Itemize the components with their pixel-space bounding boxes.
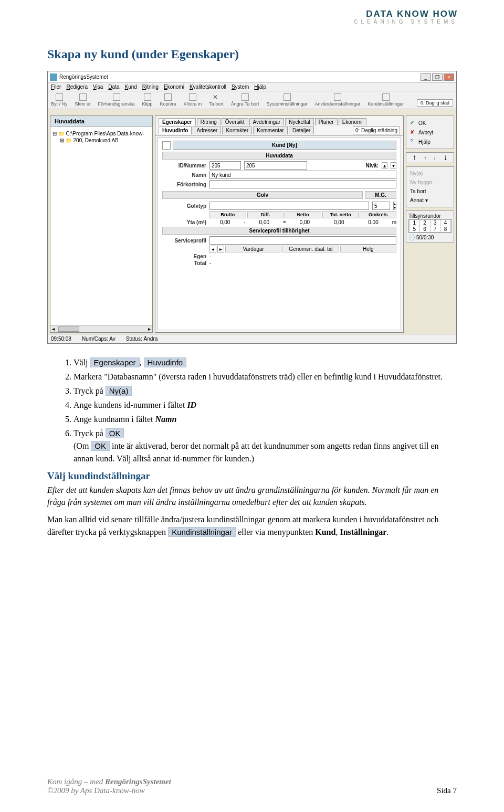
sp-nav-right-icon[interactable]: ▸ xyxy=(217,246,224,252)
niva-down-icon[interactable]: ▾ xyxy=(391,162,396,169)
window-titlebar: RengöringsSystemet _ ❐ × xyxy=(48,71,456,83)
sp-col-vardagar: Vardagar xyxy=(225,246,281,252)
val-totnetto: 0,00 xyxy=(323,219,354,225)
sp-nav-left-icon[interactable]: ◂ xyxy=(209,246,216,252)
tb-systeminstallningar[interactable]: Systeminställningar xyxy=(267,93,308,107)
menu-redigera[interactable]: Redigera xyxy=(66,84,88,90)
input-serviceprofil[interactable] xyxy=(209,236,396,245)
label-serviceprofil: Serviceprofil xyxy=(162,238,206,244)
tab-ritning[interactable]: Ritning xyxy=(197,118,220,125)
input-id2[interactable] xyxy=(244,161,307,170)
niva-up-icon[interactable]: ▴ xyxy=(382,162,387,169)
tillsyn-grid[interactable]: 1234 5678 xyxy=(408,219,452,233)
nav-last-icon[interactable]: ⭣ xyxy=(443,155,448,161)
btn-hjalp[interactable]: ?Hjälp xyxy=(408,137,452,146)
btn-ok[interactable]: ✔OK xyxy=(408,118,452,128)
clock-icon: 🕘 xyxy=(408,235,415,240)
toolbar-right-combo[interactable]: 0: Daglig städ xyxy=(417,99,453,107)
menu-ekonomi[interactable]: Ekonomi xyxy=(164,84,184,90)
unit-m: m xyxy=(392,219,396,225)
side-actions: ✔OK ✘Avbryt ?Hjälp xyxy=(406,115,454,149)
nav-first-icon[interactable]: ⭡ xyxy=(412,155,417,161)
tab-egenskaper[interactable]: Egenskaper xyxy=(159,118,196,125)
step-5: Ange kundnamn i fältet Namn xyxy=(74,413,457,426)
tb-ta-bort[interactable]: ✕Ta bort xyxy=(209,93,224,107)
tb-angra-ta-bort[interactable]: Ångra Ta bort xyxy=(231,93,259,107)
menu-ritning[interactable]: Ritning xyxy=(142,84,159,90)
label-niva: Nivå: xyxy=(366,163,379,168)
subtab-kommentar[interactable]: Kommentar xyxy=(253,126,288,134)
tree-node[interactable]: ⊞ 📁 200, Demokund AB xyxy=(52,137,150,144)
subtab-huvudinfo[interactable]: Huvudinfo xyxy=(159,126,192,134)
input-forkortning[interactable] xyxy=(209,180,396,188)
menu-hjalp[interactable]: Hjälp xyxy=(254,84,266,90)
tb-byt-ny[interactable]: Byt / Ny xyxy=(51,93,68,107)
input-id1[interactable] xyxy=(209,161,241,170)
logo-top: DATA KNOW HOW xyxy=(354,9,458,18)
chip-nya: Ny(a) xyxy=(106,386,132,396)
nav-up-icon[interactable]: ↑ xyxy=(424,155,427,161)
section-golv: Golv xyxy=(162,191,363,199)
menubar: Filer Redigera Visa Data Kund Ritning Ek… xyxy=(48,83,456,91)
spin-icon[interactable]: ▴▾ xyxy=(393,202,396,210)
header-right-combo[interactable]: 0: Daglig städning xyxy=(353,126,400,134)
subtab-kontakter[interactable]: Kontakter xyxy=(222,126,252,134)
clock-value: 50/0:30 xyxy=(416,235,434,240)
btn-tabort[interactable]: Ta bort xyxy=(408,187,452,196)
tb-kundinstallningar[interactable]: Kundinställningar xyxy=(368,93,404,107)
status-mode: Status: Ändra xyxy=(126,336,158,342)
menu-data[interactable]: Data xyxy=(108,84,119,90)
step-3: Tryck på Ny(a) xyxy=(74,385,457,397)
steps-list: Välj Egenskaper, Huvudinfo Markera "Data… xyxy=(74,356,457,465)
input-namn[interactable] xyxy=(209,171,396,179)
btn-annat[interactable]: Annat ▾ xyxy=(408,196,452,205)
val-brutto: 0,00 xyxy=(209,219,240,225)
section-serviceprofil: Serviceprofil tillhörighet xyxy=(162,227,396,235)
step-1: Välj Egenskaper, Huvudinfo xyxy=(74,356,457,369)
chip-kundinstallningar: Kundinställningar xyxy=(168,527,236,537)
menu-visa[interactable]: Visa xyxy=(93,84,103,90)
menu-filer[interactable]: Filer xyxy=(51,84,61,90)
tb-anvandarinstallningar[interactable]: Användarinställningar xyxy=(315,93,361,107)
tb-forhandsgranska[interactable]: Förhandsgranska xyxy=(98,93,135,107)
menu-kund[interactable]: Kund xyxy=(124,84,136,90)
col-omkrets: Omkrets xyxy=(360,211,396,218)
tab-oversikt[interactable]: Översikt xyxy=(222,118,248,125)
section-mg: M.G. xyxy=(365,191,396,199)
subtab-adresser[interactable]: Adresser xyxy=(193,126,221,134)
btn-nybyggn[interactable]: Ny byggn. xyxy=(408,178,452,187)
menu-system[interactable]: System xyxy=(232,84,249,90)
app-screenshot: RengöringsSystemet _ ❐ × Filer Redigera … xyxy=(47,71,457,344)
tree-scrollbar[interactable]: ◂▸ xyxy=(50,325,152,332)
step-4: Ange kundens id-nummer i fältet ID xyxy=(74,399,457,412)
btn-nya[interactable]: Ny(a) xyxy=(408,169,452,178)
page-number: Sida 7 xyxy=(437,786,457,795)
maximize-button[interactable]: ❐ xyxy=(432,73,443,81)
label-golvtyp: Golvtyp xyxy=(162,203,206,209)
menu-kvalitetskontroll[interactable]: Kvalitetskontroll xyxy=(190,84,226,90)
label-yta: Yta (m²) xyxy=(162,219,206,225)
tab-planer[interactable]: Planer xyxy=(315,118,338,125)
tb-klipp[interactable]: Klipp xyxy=(142,93,153,107)
subtab-detaljer[interactable]: Detaljer xyxy=(289,126,314,134)
tab-ekonomi[interactable]: Ekonomi xyxy=(339,118,366,125)
tb-klistra-in[interactable]: Klistra in xyxy=(184,93,202,107)
tab-avdelningar[interactable]: Avdelningar xyxy=(249,118,285,125)
tree-root[interactable]: ⊟ 📁 C:\Program Files\Aps Data-know- xyxy=(52,130,150,137)
tb-kopiera[interactable]: Kopiera xyxy=(160,93,176,107)
btn-avbryt[interactable]: ✘Avbryt xyxy=(408,128,452,137)
close-button[interactable]: × xyxy=(444,73,454,81)
subheading: Välj kundindställningar xyxy=(47,470,457,482)
val-omkrets: 0,00 xyxy=(358,219,388,225)
input-mg-spin[interactable] xyxy=(372,202,390,210)
minimize-button[interactable]: _ xyxy=(421,73,431,81)
label-id: ID/Nummer xyxy=(162,163,206,168)
tb-skriv-ut[interactable]: Skriv ut xyxy=(75,93,91,107)
nav-down-icon[interactable]: ↓ xyxy=(434,155,436,161)
tab-nyckeltal[interactable]: Nyckeltal xyxy=(285,118,314,125)
side-tillsyn: Tillsynsrundor 1234 5678 🕘 50/0:30 xyxy=(406,210,454,243)
input-golvtyp[interactable] xyxy=(209,202,369,210)
para-1: Efter det att kunden skapats kan det fin… xyxy=(47,484,457,508)
page-footer: Kom igång – med RengöringsSystemet ©2009… xyxy=(47,777,457,795)
tillsyn-label: Tillsynsrundor xyxy=(408,213,452,219)
